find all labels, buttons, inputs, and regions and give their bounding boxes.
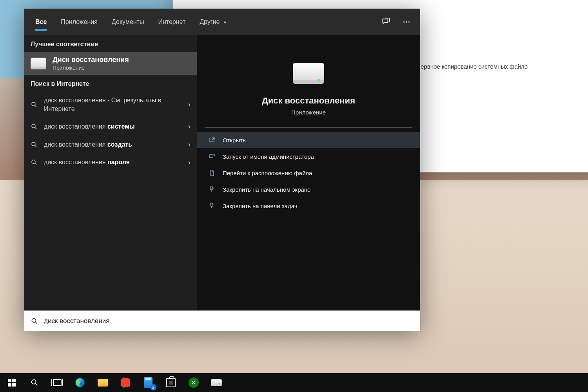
tab-web[interactable]: Интернет: [151, 10, 192, 34]
preview-actions: Открыть Запуск от имени администратора П…: [197, 132, 420, 222]
tab-label: Все: [35, 18, 47, 25]
more-icon[interactable]: [397, 14, 416, 30]
search-panel: Все Приложения Документы Интернет Другие…: [24, 9, 420, 331]
drive-icon: [31, 58, 46, 69]
svg-line-8: [35, 145, 36, 147]
best-match-subtitle: Приложение: [53, 65, 129, 71]
xbox-icon: [189, 377, 199, 388]
pin-icon: [209, 202, 216, 209]
taskbar-app-edge[interactable]: [70, 373, 90, 392]
feedback-icon[interactable]: [376, 14, 397, 30]
tab-label: Приложения: [61, 18, 98, 25]
web-result-item[interactable]: диск восстановления системы ›: [24, 118, 197, 136]
svg-point-2: [408, 21, 410, 22]
pin-icon: [209, 186, 216, 193]
chevron-right-icon: ›: [188, 140, 191, 149]
tab-all[interactable]: Все: [28, 10, 54, 34]
divider: [205, 127, 412, 128]
folder-icon: [98, 379, 108, 387]
action-label: Закрепить на начальном экране: [223, 186, 310, 193]
svg-point-13: [32, 318, 36, 322]
web-result-item[interactable]: диск восстановления - См. результаты в И…: [24, 91, 197, 118]
preview-title: Диск восстановления: [262, 96, 355, 106]
taskbar-app-films[interactable]: 2: [138, 373, 158, 392]
folder-icon: [209, 169, 216, 176]
svg-line-14: [35, 322, 37, 324]
tab-documents[interactable]: Документы: [105, 10, 151, 34]
search-icon: [31, 123, 38, 130]
search-icon: [31, 101, 38, 108]
tab-label: Другие: [200, 18, 220, 25]
chevron-right-icon: ›: [188, 158, 191, 167]
start-button[interactable]: [2, 373, 22, 392]
best-match-item[interactable]: Диск восстановления Приложение: [24, 52, 197, 75]
action-run-as-admin[interactable]: Запуск от имени администратора: [197, 148, 420, 165]
tab-apps[interactable]: Приложения: [54, 10, 105, 34]
svg-line-16: [35, 383, 37, 385]
action-open-file-location[interactable]: Перейти к расположению файла: [197, 165, 420, 181]
taskbar-badge: 2: [150, 384, 156, 390]
task-view-button[interactable]: [47, 373, 67, 392]
drive-icon: [211, 379, 222, 386]
svg-line-6: [35, 127, 36, 129]
web-result-item[interactable]: диск восстановления создать ›: [24, 136, 197, 154]
svg-point-3: [32, 102, 35, 106]
taskbar: 2: [0, 373, 588, 392]
svg-point-7: [32, 142, 35, 146]
action-label: Закрепить на панели задач: [223, 203, 298, 209]
taskbar-app-recovery-drive[interactable]: [206, 373, 227, 392]
chevron-right-icon: ›: [188, 100, 191, 109]
search-icon: [31, 141, 38, 148]
chevron-right-icon: ›: [188, 122, 191, 131]
svg-point-15: [32, 380, 36, 384]
windows-logo-icon: [8, 379, 16, 387]
svg-point-5: [32, 124, 35, 128]
best-match-title: Диск восстановления: [53, 56, 129, 64]
tab-label: Документы: [112, 18, 144, 25]
svg-rect-12: [209, 155, 213, 158]
search-input[interactable]: [44, 317, 414, 325]
background-window-text: ервное копирование системных файло: [421, 63, 528, 70]
edge-icon: [75, 377, 85, 388]
svg-point-1: [406, 21, 407, 22]
web-result-text: диск восстановления пароля: [44, 158, 183, 167]
chevron-down-icon: ▾: [224, 20, 226, 25]
action-pin-to-start[interactable]: Закрепить на начальном экране: [197, 181, 420, 198]
search-box[interactable]: [24, 310, 420, 331]
svg-line-4: [35, 105, 36, 107]
taskbar-app-explorer[interactable]: [93, 373, 113, 392]
search-icon: [31, 159, 38, 166]
results-left-column: Лучшее соответствие Диск восстановления …: [24, 35, 197, 310]
taskbar-app-office[interactable]: [115, 373, 136, 392]
action-label: Запуск от имени администратора: [223, 153, 314, 160]
web-search-label: Поиск в Интернете: [24, 75, 197, 91]
web-result-item[interactable]: диск восстановления пароля ›: [24, 153, 197, 171]
best-match-label: Лучшее соответствие: [24, 35, 197, 52]
svg-point-0: [403, 21, 405, 22]
store-icon: [166, 378, 176, 387]
search-tabs: Все Приложения Документы Интернет Другие…: [24, 9, 420, 35]
web-result-text: диск восстановления - См. результаты в И…: [44, 96, 183, 113]
action-pin-to-taskbar[interactable]: Закрепить на панели задач: [197, 198, 420, 214]
svg-point-9: [32, 160, 35, 163]
web-result-text: диск восстановления создать: [44, 140, 183, 149]
web-result-text: диск восстановления системы: [44, 122, 183, 131]
task-view-icon: [53, 379, 62, 386]
taskbar-app-xbox[interactable]: [183, 373, 204, 392]
drive-icon: [293, 63, 324, 84]
open-icon: [209, 136, 216, 143]
taskbar-app-store[interactable]: [161, 373, 181, 392]
tab-more[interactable]: Другие ▾: [192, 10, 233, 34]
action-label: Открыть: [223, 137, 246, 143]
office-icon: [121, 377, 130, 388]
tab-label: Интернет: [158, 18, 185, 25]
preview-pane: Диск восстановления Приложение Открыть З…: [197, 35, 420, 310]
svg-line-10: [35, 163, 36, 165]
search-icon: [30, 378, 39, 387]
action-label: Перейти к расположению файла: [223, 170, 312, 176]
action-open[interactable]: Открыть: [197, 132, 420, 148]
taskbar-search-button[interactable]: [24, 373, 45, 392]
search-icon: [31, 317, 38, 325]
preview-subtitle: Приложение: [291, 109, 326, 116]
shield-icon: [209, 153, 216, 160]
